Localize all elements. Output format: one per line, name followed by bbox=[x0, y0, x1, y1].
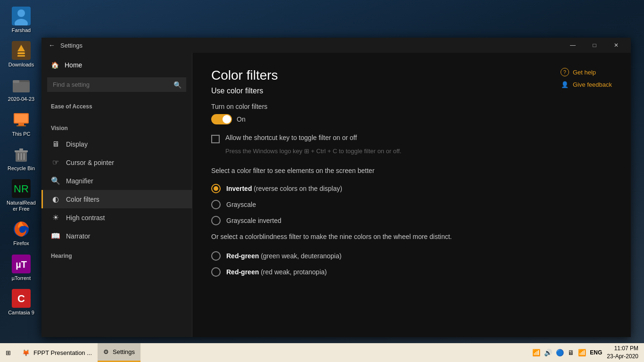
settings-body: 🏠 Home 🔍 Ease of Access Vision 🖥 Display… bbox=[41, 53, 631, 337]
toggle-label: Turn on color filters bbox=[211, 103, 612, 110]
desktop-icon-recycle-label: Recycle Bin bbox=[8, 165, 35, 172]
sidebar-item-magnifier[interactable]: 🔍 Magnifier bbox=[41, 172, 192, 190]
search-input[interactable] bbox=[47, 77, 186, 92]
desktop-icon-this-pc[interactable]: This PC bbox=[5, 108, 38, 139]
radio-inverted[interactable]: Inverted (reverse colors on the display) bbox=[211, 184, 612, 193]
svg-rect-11 bbox=[15, 114, 28, 123]
give-feedback-icon: 👤 bbox=[561, 80, 569, 89]
maximize-button[interactable]: □ bbox=[584, 38, 605, 53]
sidebar-search[interactable]: 🔍 bbox=[47, 77, 186, 92]
language-label: ENG bbox=[590, 349, 602, 356]
clock-date: 23-Apr-2020 bbox=[607, 353, 638, 361]
start-icon: ⊞ bbox=[6, 349, 11, 356]
settings-window: ← Settings — □ ✕ 🏠 Home 🔍 Ease of Acc bbox=[41, 38, 631, 337]
get-help-link[interactable]: ? Get help bbox=[561, 68, 612, 76]
radio-red-green-d[interactable]: Red-green (green weak, deuteranopia) bbox=[211, 251, 612, 261]
desktop-icon-utorrent-label: µTorrent bbox=[12, 275, 31, 281]
radio-grayscale-label: Grayscale bbox=[226, 201, 256, 208]
desktop-icon-farshad[interactable]: Farshad bbox=[5, 5, 38, 35]
sidebar-home[interactable]: 🏠 Home bbox=[41, 57, 192, 74]
desktop-icon-date-label: 2020-04-23 bbox=[8, 96, 34, 102]
taskbar: ⊞ 🦊 FPPT Presentation ... ⚙ Settings 📶 🔊… bbox=[0, 343, 644, 362]
fppt-label: FPPT Presentation ... bbox=[33, 349, 92, 356]
back-button[interactable]: ← bbox=[45, 39, 58, 52]
radio-rg-p-circle[interactable] bbox=[211, 267, 221, 277]
section-title: Use color filters bbox=[211, 87, 612, 95]
radio-grayscale[interactable]: Grayscale bbox=[211, 200, 612, 209]
page-title: Color filters bbox=[211, 68, 612, 83]
desktop-icon-camtasia[interactable]: C Camtasia 9 bbox=[5, 287, 38, 318]
radio-grayscale-inverted-label: Grayscale inverted bbox=[226, 217, 281, 224]
sidebar-item-narrator[interactable]: 📖 Narrator bbox=[41, 227, 192, 245]
desktop: Farshad Downloads 2020-04-2 bbox=[0, 0, 644, 362]
radio-inverted-circle[interactable] bbox=[211, 184, 221, 193]
desktop-icon-firefox[interactable]: Firefox bbox=[5, 218, 38, 248]
start-button[interactable]: ⊞ bbox=[0, 343, 17, 362]
sidebar-display-label: Display bbox=[66, 140, 88, 148]
svg-rect-15 bbox=[15, 150, 28, 152]
radio-rg-d-circle[interactable] bbox=[211, 251, 221, 261]
taskbar-right: 📶 🔊 🔵 🖥 📶 ENG 11:07 PM 23-Apr-2020 bbox=[532, 345, 644, 361]
sidebar-section-hearing: Hearing bbox=[41, 245, 192, 263]
settings-icon: ⚙ bbox=[103, 348, 109, 355]
magnifier-icon: 🔍 bbox=[51, 176, 60, 185]
narrator-icon: 📖 bbox=[51, 231, 60, 240]
taskbar-settings[interactable]: ⚙ Settings bbox=[98, 343, 140, 362]
radio-grayscale-circle[interactable] bbox=[211, 200, 221, 209]
radio-grayscale-inverted-circle[interactable] bbox=[211, 216, 221, 225]
toggle-row: Turn on color filters On bbox=[211, 103, 612, 124]
radio-grayscale-inverted[interactable]: Grayscale inverted bbox=[211, 216, 612, 225]
desktop-icon-downloads[interactable]: Downloads bbox=[5, 39, 38, 70]
sidebar-highcontrast-label: High contrast bbox=[66, 214, 105, 222]
volume-icon: 🔊 bbox=[544, 349, 552, 356]
shortcut-checkbox[interactable] bbox=[211, 135, 220, 143]
svg-rect-5 bbox=[17, 52, 25, 54]
svg-text:µT: µT bbox=[16, 259, 27, 270]
search-icon: 🔍 bbox=[173, 81, 182, 89]
desktop-icon-naturalreader[interactable]: NR NaturalReader Free bbox=[5, 177, 38, 214]
radio-rg-d-label: Red-green (green weak, deuteranopia) bbox=[226, 252, 341, 260]
bluetooth-icon: 🔵 bbox=[556, 349, 564, 356]
desktop-icon-recycle-bin[interactable]: Recycle Bin bbox=[5, 143, 38, 173]
taskbar-fppt[interactable]: 🦊 FPPT Presentation ... bbox=[17, 343, 98, 362]
colorblind-description: Or select a colorblindness filter to mak… bbox=[211, 232, 612, 242]
desktop-icon-farshad-label: Farshad bbox=[12, 27, 31, 33]
clock-time: 11:07 PM bbox=[607, 345, 638, 353]
close-button[interactable]: ✕ bbox=[605, 38, 627, 53]
radio-red-green-p[interactable]: Red-green (red weak, protanopia) bbox=[211, 267, 612, 277]
svg-rect-13 bbox=[17, 125, 26, 126]
svg-text:C: C bbox=[17, 293, 25, 304]
color-filters-icon: ◐ bbox=[51, 195, 60, 204]
sidebar: 🏠 Home 🔍 Ease of Access Vision 🖥 Display… bbox=[41, 53, 192, 337]
monitor-icon: 🖥 bbox=[568, 349, 574, 356]
svg-rect-9 bbox=[13, 80, 19, 83]
minimize-button[interactable]: — bbox=[562, 38, 584, 53]
sidebar-category-label: Ease of Access bbox=[41, 96, 192, 114]
sidebar-item-display[interactable]: 🖥 Display bbox=[41, 135, 192, 153]
taskbar-system-icons: 📶 🔊 🔵 🖥 📶 ENG bbox=[532, 349, 602, 356]
title-bar: ← Settings — □ ✕ bbox=[41, 38, 631, 53]
radio-rg-p-label: Red-green (red weak, protanopia) bbox=[226, 268, 327, 276]
toggle-state-text: On bbox=[237, 115, 246, 123]
network-icon: 📶 bbox=[532, 349, 540, 356]
sidebar-narrator-label: Narrator bbox=[66, 232, 90, 240]
desktop-icon-firefox-label: Firefox bbox=[13, 240, 29, 247]
sidebar-cursor-label: Cursor & pointer bbox=[66, 159, 114, 166]
svg-point-1 bbox=[17, 9, 25, 17]
svg-rect-8 bbox=[13, 82, 30, 92]
sidebar-item-cursor[interactable]: ☞ Cursor & pointer bbox=[41, 153, 192, 172]
home-icon: 🏠 bbox=[51, 61, 59, 69]
give-feedback-label: Give feedback bbox=[573, 81, 612, 88]
settings-label: Settings bbox=[113, 348, 135, 355]
desktop-icon-utorrent[interactable]: µT µTorrent bbox=[5, 253, 38, 283]
filter-description: Select a color filter to see elements on… bbox=[211, 167, 612, 174]
get-help-label: Get help bbox=[573, 69, 596, 76]
cursor-icon: ☞ bbox=[51, 158, 60, 167]
desktop-icon-date-folder[interactable]: 2020-04-23 bbox=[5, 74, 38, 104]
sidebar-item-high-contrast[interactable]: ☀ High contrast bbox=[41, 208, 192, 227]
help-links: ? Get help 👤 Give feedback bbox=[561, 68, 612, 89]
color-filters-toggle[interactable] bbox=[211, 114, 232, 124]
give-feedback-link[interactable]: 👤 Give feedback bbox=[561, 80, 612, 89]
sidebar-item-color-filters[interactable]: ◐ Color filters bbox=[41, 190, 192, 208]
display-icon: 🖥 bbox=[51, 140, 60, 148]
